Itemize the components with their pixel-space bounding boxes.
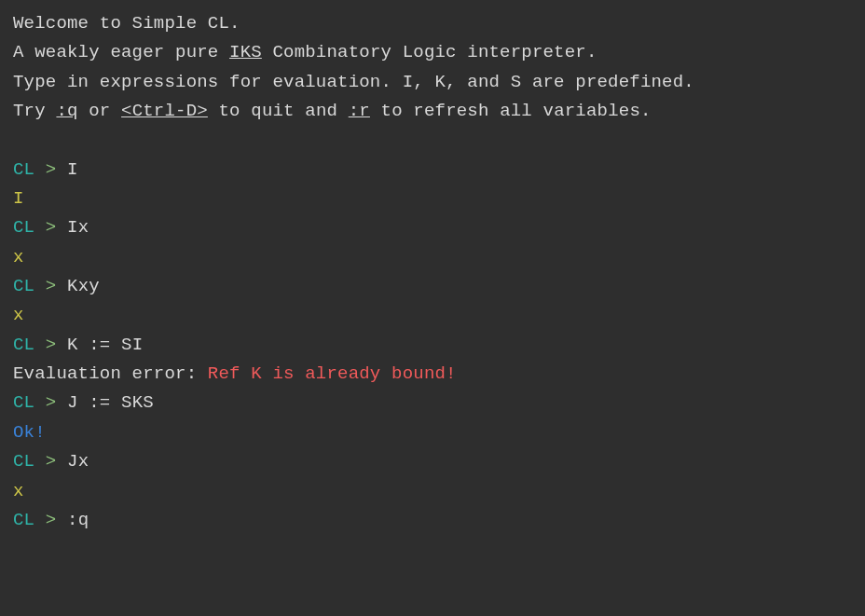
prompt-cl: CL	[13, 510, 34, 530]
repl-input[interactable]: Ix	[67, 217, 89, 238]
welcome-line-2: A weakly eager pure IKS Combinatory Logi…	[13, 38, 852, 67]
welcome-line-1: Welcome to Simple CL.	[13, 9, 852, 38]
prompt-gt: >	[34, 159, 67, 180]
repl-input[interactable]: Kxy	[67, 276, 100, 296]
repl-prompt-line: CL > :q	[13, 506, 852, 535]
repl-prompt-line: CL > Kxy	[13, 272, 852, 301]
repl-ok: Ok!	[13, 418, 852, 447]
text-segment: to quit and	[208, 101, 349, 121]
prompt-gt: >	[34, 335, 67, 355]
prompt-cl: CL	[13, 392, 34, 413]
repl-input[interactable]: :q	[67, 510, 89, 530]
prompt-cl: CL	[13, 451, 34, 472]
text-segment: to refresh all variables.	[370, 101, 652, 121]
repl-output: x	[13, 243, 852, 272]
repl-error-line: Evaluation error: Ref K is already bound…	[13, 360, 852, 389]
prompt-cl: CL	[13, 159, 34, 180]
repl-prompt-line: CL > Ix	[13, 213, 852, 242]
repl-output: I	[13, 185, 852, 213]
error-label: Evaluation error:	[13, 363, 208, 384]
repl-output: x	[13, 301, 852, 330]
welcome-line-4: Try :q or <Ctrl-D> to quit and :r to ref…	[13, 97, 852, 126]
repl-input[interactable]: Jx	[67, 451, 89, 472]
quit-cmd: :q	[56, 101, 77, 121]
prompt-gt: >	[34, 217, 67, 238]
repl-prompt-line: CL > J := SKS	[13, 389, 852, 418]
blank-line	[13, 126, 852, 155]
text-segment: Try	[13, 101, 56, 121]
repl-input[interactable]: K := SI	[67, 335, 143, 355]
repl-prompt-line: CL > Jx	[13, 447, 852, 476]
repl-prompt-line: CL > I	[13, 156, 852, 185]
repl-input[interactable]: J := SKS	[67, 392, 154, 413]
refresh-cmd: :r	[349, 101, 370, 121]
prompt-gt: >	[34, 451, 67, 472]
text-segment: A weakly eager pure	[13, 42, 229, 62]
iks-abbr: IKS	[229, 42, 262, 62]
terminal-output: Welcome to Simple CL. A weakly eager pur…	[13, 9, 852, 535]
prompt-gt: >	[34, 276, 67, 296]
prompt-cl: CL	[13, 276, 34, 296]
repl-output: x	[13, 477, 852, 506]
prompt-gt: >	[34, 510, 67, 530]
welcome-line-3: Type in expressions for evaluation. I, K…	[13, 68, 852, 97]
ctrl-d-key: <Ctrl-D>	[121, 101, 208, 121]
prompt-gt: >	[34, 392, 67, 413]
text-segment: Combinatory Logic interpreter.	[262, 42, 597, 62]
prompt-cl: CL	[13, 217, 34, 238]
repl-input[interactable]: I	[67, 159, 78, 180]
text-segment: or	[78, 101, 121, 121]
prompt-cl: CL	[13, 335, 34, 355]
repl-prompt-line: CL > K := SI	[13, 331, 852, 360]
error-message: Ref K is already bound!	[208, 363, 457, 384]
